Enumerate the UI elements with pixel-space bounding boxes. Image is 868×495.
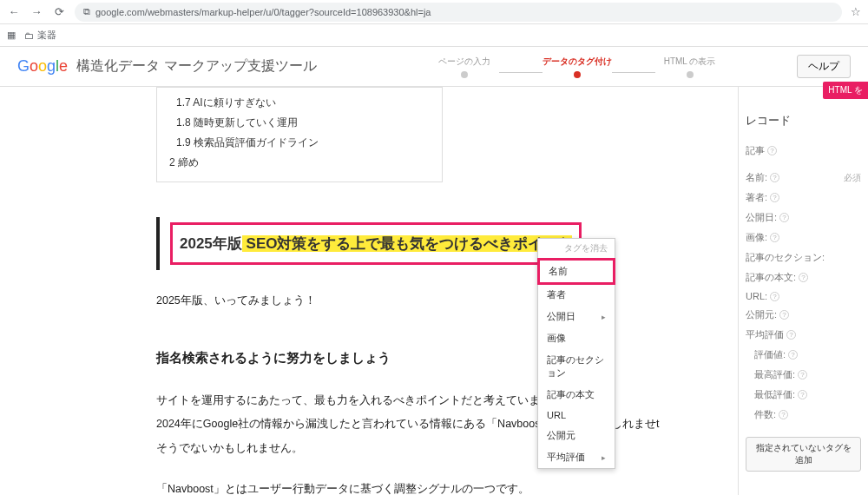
back-icon[interactable]: ←	[7, 5, 21, 19]
help-button[interactable]: ヘルプ	[797, 55, 851, 78]
help-icon[interactable]: ?	[770, 173, 779, 182]
help-icon[interactable]: ?	[798, 390, 807, 399]
content-area: 1.7 AIに頼りすぎない 1.8 随時更新していく運用 1.9 検索品質評価ガ…	[0, 87, 738, 495]
html-output-button[interactable]: HTML を	[823, 82, 868, 99]
toc-item[interactable]: 1.9 検索品質評価ガイドライン	[157, 133, 442, 153]
panel-row-publisher: 公開元:?	[746, 305, 861, 325]
menu-item-body[interactable]: 記事の本文	[538, 384, 615, 406]
toc-item[interactable]: 2 締め	[157, 153, 442, 173]
panel-title: レコード	[746, 113, 861, 129]
step-1[interactable]: ページの入力	[430, 56, 499, 78]
help-icon[interactable]: ?	[770, 292, 779, 301]
panel-type: 記事?	[746, 141, 861, 161]
panel-row-name: 名前:?必須	[746, 168, 861, 188]
menu-header[interactable]: タグを消去	[538, 239, 615, 259]
toc-item[interactable]: 1.8 随時更新していく運用	[157, 113, 442, 133]
bookmark-folder[interactable]: 🗀 楽器	[24, 29, 56, 42]
help-icon[interactable]: ?	[770, 233, 779, 242]
article-body: 2025年版、いってみましょう！ 指名検索されるように努力をしましょう サイトを…	[156, 289, 738, 495]
chevron-right-icon: ▸	[602, 313, 606, 321]
menu-item-publisher[interactable]: 公開元	[538, 425, 615, 446]
folder-icon: 🗀	[24, 30, 34, 41]
sub-heading: 指名検索されるように努力をしましょう	[156, 343, 738, 372]
menu-item-image[interactable]: 画像	[538, 327, 615, 349]
article-heading: 2025年版 SEO対策をする上で最も気をつけるべきポイント	[156, 217, 738, 270]
step-3[interactable]: HTML の表示	[655, 56, 725, 78]
help-icon[interactable]: ?	[779, 410, 788, 419]
help-icon[interactable]: ?	[770, 193, 779, 202]
panel-row-rating: 平均評価?	[746, 325, 861, 345]
tool-title: 構造化データ マークアップ支援ツール	[76, 57, 316, 76]
add-missing-tag-button[interactable]: 指定されていないタグを追加	[746, 437, 861, 472]
panel-row-author: 著者:?	[746, 188, 861, 208]
highlighted-text: SEO対策をする上で最も気をつけるべきポイント	[242, 235, 573, 252]
menu-item-author[interactable]: 著者	[538, 284, 615, 306]
url-bar[interactable]: ⧉ google.com/webmasters/markup-helper/u/…	[75, 3, 842, 22]
bookmark-star-icon[interactable]: ☆	[851, 5, 861, 18]
menu-item-name[interactable]: 名前	[537, 258, 615, 285]
side-panel: HTML を レコード 記事? 名前:?必須 著者:? 公開日:? 画像:? 記…	[738, 87, 868, 495]
google-logo: Google	[17, 57, 68, 76]
forward-icon[interactable]: →	[30, 5, 43, 19]
panel-row-body: 記事の本文:?	[746, 267, 861, 287]
toc-item[interactable]: 1.7 AIに頼りすぎない	[157, 93, 442, 113]
panel-row-image: 画像:?	[746, 228, 861, 248]
menu-item-section[interactable]: 記事のセクション	[538, 349, 615, 384]
panel-row-url: URL:?	[746, 287, 861, 305]
step-2[interactable]: データのタグ付け	[542, 56, 612, 78]
help-icon[interactable]: ?	[788, 350, 798, 360]
selection-highlight[interactable]: 2025年版 SEO対策をする上で最も気をつけるべきポイント	[170, 222, 582, 265]
toc-box: 1.7 AIに頼りすぎない 1.8 随時更新していく運用 1.9 検索品質評価ガ…	[156, 87, 443, 182]
menu-item-url[interactable]: URL	[538, 406, 615, 425]
panel-row-section: 記事のセクション:	[746, 248, 861, 267]
panel-row-rating-best: 最高評価:?	[746, 365, 861, 385]
context-menu: タグを消去 名前 著者 公開日▸ 画像 記事のセクション 記事の本文 URL 公…	[537, 238, 615, 469]
url-text: google.com/webmasters/markup-helper/u/0/…	[95, 7, 431, 17]
chevron-right-icon: ▸	[602, 453, 606, 462]
help-icon[interactable]: ?	[799, 273, 808, 282]
help-icon[interactable]: ?	[779, 213, 789, 222]
help-icon[interactable]: ?	[798, 370, 807, 380]
panel-row-date: 公開日:?	[746, 208, 861, 228]
stepper: ページの入力 データのタグ付け HTML の表示	[430, 56, 725, 78]
reload-icon[interactable]: ⟳	[52, 5, 66, 19]
help-icon[interactable]: ?	[779, 310, 789, 320]
panel-row-rating-count: 件数:?	[746, 405, 861, 425]
menu-item-rating[interactable]: 平均評価▸	[538, 446, 615, 468]
apps-icon[interactable]: ▦	[7, 30, 16, 41]
site-info-icon[interactable]: ⧉	[83, 6, 90, 17]
help-icon[interactable]: ?	[786, 330, 796, 340]
panel-row-rating-worst: 最低評価:?	[746, 385, 861, 405]
menu-item-date[interactable]: 公開日▸	[538, 306, 615, 327]
help-icon[interactable]: ?	[767, 146, 777, 155]
panel-row-rating-value: 評価値:?	[746, 345, 861, 365]
